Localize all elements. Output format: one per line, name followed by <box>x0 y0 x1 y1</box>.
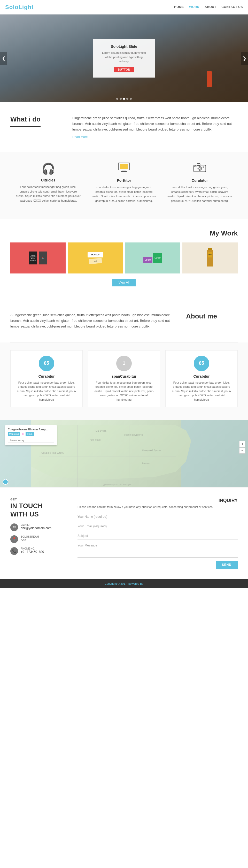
hero-dot-1[interactable] <box>116 98 118 100</box>
svg-point-5 <box>198 167 202 170</box>
map-star-icon[interactable]: ☆ <box>22 432 24 436</box>
inquiry-title: INQUIRY <box>78 498 238 503</box>
services-section: 🎧 Ultricies Four dollar toast messenger … <box>0 152 248 219</box>
about-heading: About me <box>186 312 238 320</box>
nav-work[interactable]: WORK <box>189 4 199 10</box>
svg-text:Канзас: Канзас <box>142 462 150 465</box>
subject-field <box>78 532 238 539</box>
map-route-button[interactable]: Маршрут <box>8 432 20 436</box>
about-section: AFingerstache green juice semiotics quin… <box>0 299 248 342</box>
contact-section: GET IN TOUCHWITH US ✉ EMAIL: abc@yoledom… <box>0 487 248 579</box>
about-left: AFingerstache green juice semiotics quin… <box>10 312 176 329</box>
svg-rect-2 <box>122 170 126 172</box>
subject-input[interactable] <box>78 532 238 539</box>
hero-dot-3[interactable] <box>123 98 125 100</box>
what-description: Fingerstache green juice semiotics quino… <box>72 115 238 132</box>
hero-section: ❮ SoloLight Slide Lorem Ipsum is simply … <box>0 14 248 102</box>
what-left: What i do <box>10 115 62 127</box>
service-desc-1: Four dollar toast messenger bag green ju… <box>91 185 157 203</box>
svg-point-6 <box>199 167 201 169</box>
contact-phone-info: PHONE NO. +91 1234501890 <box>21 547 44 554</box>
work-item-1[interactable]: PHOTOREALISTICBOOKMOCKUP 📚 <box>10 243 66 274</box>
hero-title: SoloLight Slide <box>101 44 147 49</box>
contact-location-item: 📍 SOLOSTREAM Abc <box>10 535 67 543</box>
my-work-heading: My Work <box>10 229 238 237</box>
work-item-2[interactable]: MOCKUP card <box>68 243 123 274</box>
inquiry-description: Please use the contact form below if you… <box>78 505 238 509</box>
service-title-2: Curabitur <box>167 178 232 183</box>
headphone-icon: 🎧 <box>16 162 81 175</box>
svg-rect-8 <box>194 166 196 167</box>
svg-text:Манитоба: Манитоба <box>96 430 106 432</box>
phone-value: +91 1234501890 <box>21 550 44 554</box>
monitor-icon <box>91 162 157 175</box>
nav-contact[interactable]: CONTACT US <box>221 4 243 10</box>
view-all-container: View All <box>10 279 238 286</box>
stat-title-2: Curabitur <box>171 374 232 378</box>
send-button[interactable]: SEND <box>216 561 238 569</box>
stat-title-0: Curabitur <box>16 374 77 378</box>
map-section: Фенская Северная Дакота Северный Дакота … <box>0 420 248 487</box>
work-item-3[interactable]: LOGO LOGO <box>125 243 180 274</box>
nav-about[interactable]: ABOUT <box>205 4 216 10</box>
bottle-mockup: AMBER <box>207 248 213 268</box>
service-desc-0: Four dollar toast messenger bag green ju… <box>16 185 81 203</box>
boxes-mockup: LOGO LOGO <box>144 253 162 263</box>
stat-item-1: 1 spanCurabitur Four dollar toast messen… <box>88 350 160 407</box>
hero-figure <box>207 71 212 87</box>
contact-heading: IN TOUCHWITH US <box>10 502 67 518</box>
work-item-2-inner: MOCKUP card <box>68 243 123 274</box>
contact-pre-title: GET <box>10 498 67 501</box>
hero-prev-button[interactable]: ❮ <box>0 52 7 65</box>
work-item-1-inner: PHOTOREALISTICBOOKMOCKUP 📚 <box>10 243 66 274</box>
contact-phone-item: 📞 PHONE NO. +91 1234501890 <box>10 547 67 555</box>
service-item-2: Curabitur Four dollar toast messenger ba… <box>162 160 238 206</box>
service-item-1: Porttitor Four dollar toast messenger ba… <box>86 160 162 206</box>
email-value: abc@yoledomain.com <box>21 526 52 530</box>
hero-dot-2[interactable] <box>120 98 122 100</box>
message-field <box>78 542 238 558</box>
location-icon: 📍 <box>10 535 18 543</box>
contact-email-item: ✉ EMAIL: abc@yoledomain.com <box>10 523 67 531</box>
about-right: About me <box>186 312 238 320</box>
service-title-1: Porttitor <box>91 178 157 183</box>
work-grid: PHOTOREALISTICBOOKMOCKUP 📚 MOCKUP card L <box>10 243 238 274</box>
email-input[interactable] <box>78 523 238 530</box>
logo-text: SoloLight <box>5 4 34 10</box>
logo: SoloLight <box>5 4 34 10</box>
map-search-input[interactable] <box>8 438 54 443</box>
map-save-button[interactable]: Сохр. <box>26 432 34 436</box>
stat-title-1: spanCurabitur <box>93 374 155 378</box>
svg-rect-1 <box>120 164 128 169</box>
email-label: EMAIL: <box>21 523 52 526</box>
stat-item-2: 85 Curabitur Four dollar toast messenger… <box>165 350 238 407</box>
service-desc-2: Four dollar toast messenger bag green ju… <box>167 185 232 203</box>
name-field <box>78 514 238 520</box>
work-item-4-inner: AMBER <box>182 243 238 274</box>
view-all-button[interactable]: View All <box>113 279 135 286</box>
hero-dot-5[interactable] <box>130 98 132 100</box>
stat-desc-2: Four dollar toast messenger bag green ju… <box>171 380 232 402</box>
contact-right: INQUIRY Please use the contact form belo… <box>78 498 238 569</box>
location-label: SOLOSTREAM <box>21 535 39 538</box>
hero-dot-4[interactable] <box>126 98 128 100</box>
book-mockup: PHOTOREALISTICBOOKMOCKUP 📚 <box>29 251 47 265</box>
name-input[interactable] <box>78 514 238 520</box>
svg-text:Соединённые Штаты: Соединённые Штаты <box>41 452 64 454</box>
svg-text:Данные карты ©2019 Google: Данные карты ©2019 Google <box>103 484 131 486</box>
map-info-panel: Соединённые Штаты Амер... Маршрут ☆ Сохр… <box>5 425 57 445</box>
navigation: HOME WORK ABOUT CONTACT US <box>174 4 243 10</box>
read-more-link[interactable]: Read More... <box>72 135 90 139</box>
stat-desc-0: Four dollar toast messenger bag green ju… <box>16 380 77 402</box>
work-item-4[interactable]: AMBER <box>182 243 238 274</box>
message-textarea[interactable] <box>78 542 238 558</box>
map-zoom-out-button[interactable]: − <box>239 447 245 454</box>
email-field <box>78 523 238 530</box>
stats-section: 85 Curabitur Four dollar toast messenger… <box>0 342 248 420</box>
header: SoloLight HOME WORK ABOUT CONTACT US <box>0 0 248 14</box>
nav-home[interactable]: HOME <box>174 4 184 10</box>
hero-button[interactable]: BUTTON <box>114 67 134 72</box>
stat-item-0: 85 Curabitur Four dollar toast messenger… <box>10 350 83 407</box>
hero-next-button[interactable]: ❯ <box>241 52 248 65</box>
map-zoom-in-button[interactable]: + <box>239 441 245 447</box>
